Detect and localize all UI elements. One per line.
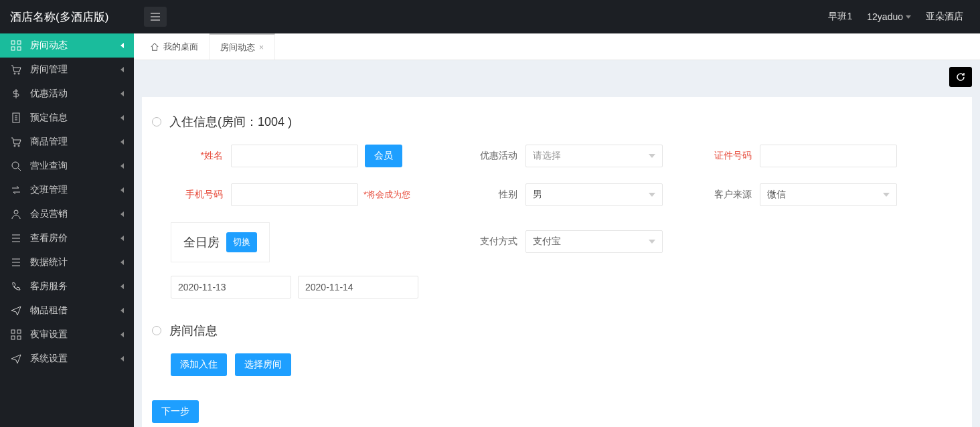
chevron-left-icon [120,91,124,96]
svg-point-10 [14,210,18,214]
room-type-box: 全日房 切换 [171,222,270,262]
sidebar-item-label: 夜审设置 [30,329,68,341]
sidebar-item-system[interactable]: 系统设置 [0,347,134,371]
phone-input[interactable] [231,183,358,206]
chevron-left-icon [120,115,124,120]
svg-point-9 [12,162,19,169]
hamburger-icon [150,12,161,21]
tab-bar: 我的桌面 房间动态 × [134,33,980,60]
sidebar-item-label: 房间动态 [30,39,68,52]
switch-button[interactable]: 切换 [226,232,257,252]
user-name: 12yaduo [867,11,903,22]
sidebar-item-label: 系统设置 [30,353,68,365]
phone-label: 手机号码 [171,189,231,201]
refresh-button[interactable] [949,67,972,87]
sidebar-item-label: 预定信息 [30,112,68,124]
chevron-left-icon [120,43,124,48]
gender-select[interactable]: 男 [525,183,663,206]
svg-point-4 [14,73,15,74]
send-icon [10,353,22,365]
pay-select[interactable]: 支付宝 [525,230,663,253]
section-room-header: 房间信息 [152,323,962,339]
svg-rect-0 [11,41,15,44]
grid-icon [10,39,22,52]
sidebar: 房间动态 房间管理 优惠活动 预定信息 商品管理 营业查询 [0,33,134,427]
sidebar-item-room-service[interactable]: 客房服务 [0,274,134,298]
refresh-icon [955,72,966,82]
source-select[interactable]: 微信 [760,183,897,206]
grid-icon [10,329,22,341]
circle-icon [152,326,161,335]
phone-hint: *将会成为您 [363,189,410,201]
sidebar-item-promo[interactable]: 优惠活动 [0,82,134,106]
svg-rect-3 [17,47,21,50]
sidebar-item-label: 商品管理 [30,136,68,148]
phone-icon [10,280,22,292]
topbar: 酒店名称(多酒店版) 早班1 12yaduo 亚朵酒店 [0,0,980,33]
sidebar-item-label: 客房服务 [30,280,68,292]
add-checkin-button[interactable]: 添加入住 [171,353,227,376]
chevron-down-icon [906,15,911,19]
idno-input[interactable] [760,145,897,167]
sidebar-item-room-status[interactable]: 房间动态 [0,33,134,58]
brand-title: 酒店名称(多酒店版) [0,9,134,25]
home-icon [150,42,159,52]
source-value: 微信 [767,189,786,201]
sidebar-item-room-manage[interactable]: 房间管理 [0,58,134,82]
sidebar-item-booking[interactable]: 预定信息 [0,106,134,130]
sidebar-item-price[interactable]: 查看房价 [0,226,134,250]
next-button[interactable]: 下一步 [152,400,199,423]
promo-label: 优惠活动 [465,150,525,162]
dollar-icon [10,88,22,100]
hotel-name[interactable]: 亚朵酒店 [926,11,963,23]
source-label: 客户来源 [700,189,760,201]
sidebar-item-product[interactable]: 商品管理 [0,130,134,154]
sidebar-item-biz-query[interactable]: 营业查询 [0,154,134,178]
gender-label: 性别 [465,189,525,201]
sidebar-item-member[interactable]: 会员营销 [0,202,134,226]
sidebar-item-night-audit[interactable]: 夜审设置 [0,323,134,347]
tab-label: 我的桌面 [163,41,198,53]
chevron-down-icon [649,193,655,197]
tab-home[interactable]: 我的桌面 [139,33,210,60]
chevron-down-icon [883,193,890,197]
search-icon [10,160,22,172]
member-button[interactable]: 会员 [365,145,402,167]
document-icon [10,112,22,124]
section-title: 入住信息(房间：1004 ) [169,114,292,130]
sidebar-item-label: 查看房价 [30,232,68,244]
close-icon[interactable]: × [259,43,264,52]
sidebar-item-label: 优惠活动 [30,88,68,100]
svg-point-8 [18,145,19,147]
menu-toggle-button[interactable] [144,7,167,27]
user-menu[interactable]: 12yaduo [867,11,911,22]
shift-label: 早班1 [828,11,852,23]
sidebar-item-shift[interactable]: 交班管理 [0,178,134,202]
chevron-left-icon [120,139,124,145]
chevron-left-icon [120,332,124,337]
pay-label: 支付方式 [465,236,525,248]
sidebar-item-stats[interactable]: 数据统计 [0,250,134,274]
gender-value: 男 [533,189,542,201]
sidebar-item-label: 营业查询 [30,160,68,172]
cart-icon [10,136,22,148]
sidebar-item-label: 交班管理 [30,184,68,196]
chevron-left-icon [120,356,124,361]
svg-point-5 [18,73,19,74]
select-room-button[interactable]: 选择房间 [235,353,291,376]
topbar-right: 早班1 12yaduo 亚朵酒店 [828,11,980,23]
checkin-date-input[interactable] [171,276,291,298]
promo-select[interactable]: 请选择 [525,145,663,167]
chevron-left-icon [120,308,124,313]
sidebar-item-rental[interactable]: 物品租借 [0,298,134,323]
name-input[interactable] [231,145,358,167]
chevron-left-icon [120,163,124,169]
svg-rect-11 [11,330,15,333]
sidebar-item-label: 会员营销 [30,208,68,220]
main-area: 我的桌面 房间动态 × 入住信息(房间：1004 ) [134,33,980,427]
tab-label: 房间动态 [220,41,255,54]
sidebar-item-label: 物品租借 [30,305,68,317]
tab-room-status[interactable]: 房间动态 × [210,33,275,60]
svg-rect-13 [11,336,15,339]
checkout-date-input[interactable] [298,276,418,298]
